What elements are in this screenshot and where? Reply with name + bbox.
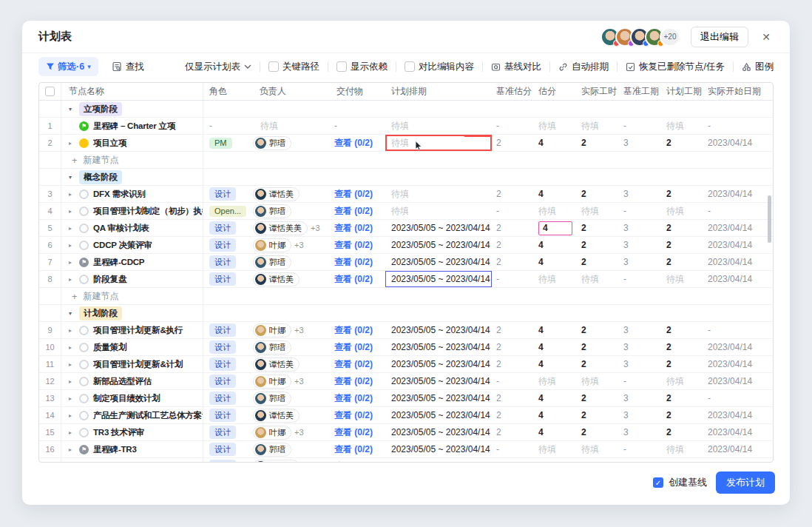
expand-icon[interactable]: ▸ (69, 208, 79, 215)
baseline-duration-cell[interactable]: 3 (619, 356, 662, 372)
view-deliverable-link[interactable]: 查看 (0/2) (334, 256, 373, 269)
expand-icon[interactable]: ▸ (69, 344, 79, 351)
baseline-duration-cell[interactable]: - (619, 271, 662, 287)
view-deliverable-link[interactable]: 查看 (0/2) (334, 205, 373, 218)
role-cell[interactable]: 设计 (203, 458, 249, 463)
plan-duration-cell[interactable]: 待填 (662, 203, 703, 219)
node-name-cell[interactable]: ▸项目管理计划更新&执行 (61, 322, 203, 338)
actual-start-cell[interactable]: - (703, 203, 773, 219)
node-name-cell[interactable]: ▸⚑里程碑-CDCP (61, 254, 203, 270)
deliverable-cell[interactable]: 查看 (0/2) (332, 373, 385, 389)
actual-hours-cell[interactable]: 2 (577, 186, 619, 202)
owner-cell[interactable]: 谭恬美美+3 (249, 220, 332, 236)
schedule-cell[interactable]: 2023/05/05 ~ 2023/04/14 (385, 220, 492, 236)
schedule-cell[interactable]: 2023/05/05 ~ 2023/04/14 (385, 424, 492, 440)
view-deliverable-link[interactable]: 查看 (0/2) (334, 358, 373, 371)
column-header-owner[interactable]: 负责人 (249, 83, 332, 100)
baseline-duration-cell[interactable]: 3 (619, 458, 662, 463)
column-header-node-name[interactable]: 节点名称 (61, 83, 203, 100)
estimate-cell[interactable]: 4 (534, 424, 577, 440)
baseline-estimate-cell[interactable]: - (492, 118, 534, 134)
view-filter-select[interactable]: 仅显示计划表 (185, 61, 251, 73)
owner-cell[interactable]: 谭恬美 (249, 186, 332, 202)
schedule-cell[interactable]: 2023/05/05 ~ 2023/04/14 (385, 441, 492, 457)
schedule-cell[interactable]: 2023/05/05 ~ 2023/04/14 (385, 339, 492, 355)
collaborator-avatars[interactable] (600, 27, 664, 47)
actual-hours-cell[interactable]: 2 (577, 135, 619, 151)
schedule-cell[interactable]: 2023/05/05 ~ 2023/04/14 (385, 237, 492, 253)
actual-hours-cell[interactable]: 2 (577, 390, 619, 406)
collapse-icon[interactable]: ▾ (69, 174, 79, 181)
owner-cell[interactable]: 郭瑨 (249, 441, 332, 457)
owner-cell[interactable]: 郭瑨 (249, 254, 332, 270)
owner-plus-count[interactable]: +3 (294, 241, 304, 249)
owner-cell[interactable]: 郭瑨 (249, 339, 332, 355)
owner-plus-count[interactable]: +3 (294, 326, 304, 335)
role-cell[interactable]: 设计 (203, 373, 249, 389)
actual-hours-cell[interactable]: 待填 (577, 118, 619, 134)
checkbox-unchecked[interactable] (268, 61, 279, 72)
baseline-estimate-cell[interactable]: - (492, 271, 534, 287)
owner-cell[interactable]: 叶娜+3 (249, 237, 332, 253)
view-deliverable-link[interactable]: 查看 (0/2) (334, 239, 373, 252)
node-name-cell[interactable]: ▸⚑里程碑-TR3 (61, 441, 203, 457)
role-cell[interactable]: 设计 (203, 322, 249, 338)
legend-button[interactable]: 图例 (742, 61, 774, 73)
column-header-role[interactable]: 角色 (203, 83, 249, 100)
owner-cell[interactable]: 谭恬美 (249, 271, 332, 287)
actual-start-cell[interactable]: 2023/04/14 (703, 356, 773, 372)
actual-hours-cell[interactable]: 2 (577, 356, 619, 372)
estimate-cell[interactable]: 待填 (534, 118, 577, 134)
plan-duration-cell[interactable]: 2 (662, 220, 703, 236)
actual-hours-cell[interactable]: 2 (577, 424, 619, 440)
role-cell[interactable]: 设计 (203, 237, 249, 253)
owner-cell[interactable]: 郭瑨 (249, 203, 332, 219)
owner-cell[interactable]: 待填 (249, 118, 332, 134)
baseline-estimate-cell[interactable]: 2 (492, 186, 534, 202)
owner-chip[interactable]: 郭瑨 (253, 255, 291, 269)
deliverable-cell[interactable]: 查看 (0/2) (332, 356, 385, 372)
column-header-actual-start[interactable]: 实际开始日期 (703, 83, 773, 100)
role-cell[interactable]: Open... (203, 203, 249, 219)
baseline-estimate-cell[interactable]: 2 (492, 458, 534, 463)
column-header-actual-hours[interactable]: 实际工时 (577, 83, 619, 100)
schedule-cell[interactable]: 2023/05/05 ~ 2023/04/14 (385, 390, 492, 406)
baseline-estimate-cell[interactable]: 2 (492, 339, 534, 355)
plan-duration-cell[interactable]: 2 (662, 390, 703, 406)
node-name-cell[interactable]: ▸项目管理计划制定（初步）执行 (61, 203, 203, 219)
deliverable-cell[interactable]: 查看 (0/2) (332, 271, 385, 287)
view-deliverable-link[interactable]: 查看 (0/2) (334, 341, 373, 354)
node-name-cell[interactable]: ▾计划阶段 (61, 305, 203, 321)
deliverable-cell[interactable]: 查看 (0/2) (332, 407, 385, 423)
actual-start-cell[interactable]: 2023/04/14 (703, 237, 773, 253)
expand-icon[interactable]: ▸ (69, 429, 79, 436)
node-name-cell[interactable]: ▸制定项目绩效计划 (61, 390, 203, 406)
role-cell[interactable]: 设计 (203, 186, 249, 202)
view-deliverable-link[interactable]: 查看 (0/2) (334, 443, 373, 456)
owner-chip[interactable]: 郭瑨 (253, 204, 291, 218)
estimate-cell[interactable]: 4 (534, 135, 577, 151)
role-cell[interactable]: 设计 (203, 271, 249, 287)
deliverable-cell[interactable]: 查看 (0/2) (332, 458, 385, 463)
baseline-duration-cell[interactable]: 3 (619, 390, 662, 406)
baseline-estimate-cell[interactable]: 2 (492, 424, 534, 440)
compare-edits-toggle[interactable]: 对比编辑内容 (405, 61, 474, 73)
baseline-duration-cell[interactable]: - (619, 441, 662, 457)
view-deliverable-link[interactable]: 查看 (0/2) (334, 273, 373, 286)
close-icon[interactable]: ✕ (757, 28, 775, 46)
node-name-cell[interactable]: ▾概念阶段 (61, 169, 203, 185)
owner-plus-count[interactable]: +3 (311, 224, 320, 232)
node-name-cell[interactable]: ▸TR3 技术评审 (61, 424, 203, 440)
node-name-cell[interactable]: ▾立项阶段 (61, 101, 203, 117)
owner-chip[interactable]: 叶娜 (253, 375, 291, 389)
node-name-cell[interactable]: +新建节点 (61, 152, 203, 168)
view-deliverable-link[interactable]: 查看 (0/2) (334, 392, 373, 405)
expand-icon[interactable]: ▸ (69, 361, 79, 368)
estimate-cell[interactable]: 4 (534, 407, 577, 423)
node-name-cell[interactable]: ▸CDCP 决策评审 (61, 237, 203, 253)
owner-chip[interactable]: 谭恬美 (253, 409, 300, 423)
role-cell[interactable]: 设计 (203, 424, 249, 440)
restore-deleted-button[interactable]: 恢复已删除节点/任务 (626, 61, 725, 73)
node-name-cell[interactable]: ▸质量策划 (61, 339, 203, 355)
baseline-estimate-cell[interactable]: 2 (492, 220, 534, 236)
